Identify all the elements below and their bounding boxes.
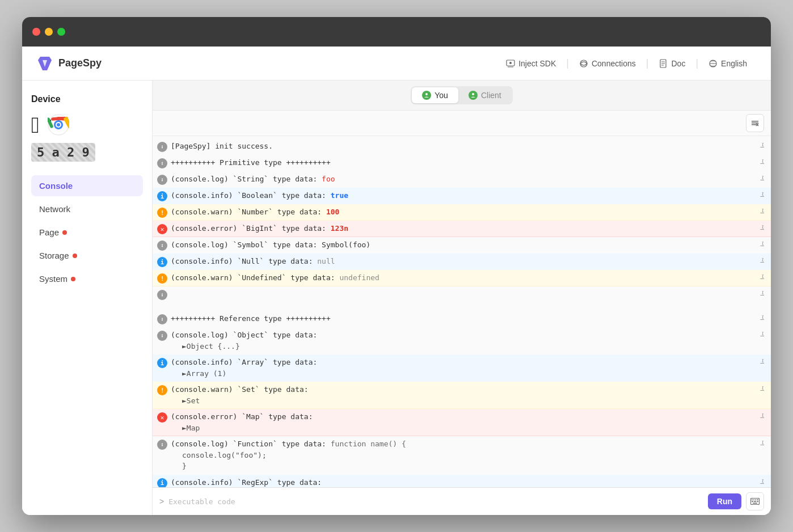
svg-rect-34 bbox=[162, 246, 163, 247]
log-content: (console.error) `Map` type data: ►Map bbox=[171, 411, 756, 433]
log-info-icon: i bbox=[157, 191, 167, 201]
device-icons:  bbox=[31, 113, 143, 136]
svg-point-18 bbox=[425, 93, 428, 95]
connections-icon bbox=[579, 59, 588, 68]
console-input-area: > Run bbox=[153, 487, 771, 515]
svg-rect-53 bbox=[754, 501, 756, 503]
log-link[interactable]: ι bbox=[760, 190, 764, 197]
log-link[interactable]: ι bbox=[760, 330, 764, 337]
log-row: i (console.info) `Array` type data: ►Arr… bbox=[153, 354, 771, 382]
keyboard-icon bbox=[750, 498, 760, 505]
sidebar-item-system[interactable]: System bbox=[31, 268, 143, 289]
svg-rect-31 bbox=[162, 180, 163, 181]
log-link[interactable]: ι bbox=[760, 272, 764, 280]
log-warn-icon: ! bbox=[157, 385, 167, 395]
svg-point-36 bbox=[162, 294, 163, 295]
log-default-icon bbox=[157, 314, 167, 324]
log-warn-icon: ! bbox=[157, 208, 167, 218]
logo-text: PageSpy bbox=[58, 57, 102, 69]
svg-rect-22 bbox=[752, 124, 756, 125]
nav-doc[interactable]: Doc bbox=[648, 59, 695, 68]
svg-rect-28 bbox=[162, 163, 163, 165]
apple-icon:  bbox=[31, 113, 40, 136]
keyboard-button[interactable] bbox=[746, 492, 764, 510]
svg-point-33 bbox=[162, 244, 163, 246]
minimize-button[interactable] bbox=[45, 28, 53, 36]
svg-rect-48 bbox=[752, 500, 753, 501]
log-link[interactable]: ι bbox=[760, 438, 764, 446]
nav-connections[interactable]: Connections bbox=[569, 59, 646, 68]
log-link[interactable]: ι bbox=[760, 477, 764, 484]
log-row: ✕ (console.error) `BigInt` type data: 12… bbox=[153, 221, 771, 237]
svg-rect-54 bbox=[757, 501, 758, 503]
log-link[interactable]: ι bbox=[760, 313, 764, 320]
log-row: ++++++++++ Primitive type ++++++++++ ι bbox=[153, 155, 771, 171]
svg-rect-25 bbox=[162, 147, 163, 149]
log-content: (console.log) `Object` type data: ►Objec… bbox=[171, 330, 756, 352]
svg-rect-21 bbox=[752, 123, 758, 124]
log-error-icon: ✕ bbox=[157, 224, 167, 234]
chrome-icon bbox=[48, 114, 69, 136]
log-link[interactable]: ι bbox=[760, 141, 764, 148]
log-link[interactable]: ι bbox=[760, 239, 764, 247]
log-link[interactable]: ι bbox=[760, 384, 764, 391]
log-content: [PageSpy] init success. bbox=[171, 141, 756, 152]
log-row: (console.log) `Object` type data: ►Objec… bbox=[153, 327, 771, 354]
log-content: (console.log) `Symbol` type data: Symbol… bbox=[171, 239, 756, 251]
log-row: ! (console.warn) `Set` type data: ►Set ι bbox=[153, 382, 771, 409]
maximize-button[interactable] bbox=[57, 28, 65, 36]
tab-you[interactable]: You bbox=[412, 87, 458, 103]
svg-point-1 bbox=[509, 62, 512, 64]
log-link[interactable]: ι bbox=[760, 357, 764, 364]
nav-inject-sdk[interactable]: Inject SDK bbox=[496, 59, 566, 68]
storage-badge bbox=[73, 254, 77, 258]
client-user-icon bbox=[469, 91, 478, 100]
tab-client[interactable]: Client bbox=[458, 87, 512, 103]
svg-rect-55 bbox=[753, 503, 757, 504]
close-button[interactable] bbox=[32, 28, 40, 36]
svg-point-27 bbox=[162, 162, 163, 163]
separator-row bbox=[153, 303, 771, 311]
sidebar-item-storage[interactable]: Storage bbox=[31, 245, 143, 266]
log-content: (console.log) `Function` type data: func… bbox=[171, 438, 756, 472]
log-content: (console.info) `Null` type data: null bbox=[171, 256, 756, 267]
log-link[interactable]: ι bbox=[760, 174, 764, 181]
log-default-icon bbox=[157, 331, 167, 341]
english-icon bbox=[708, 59, 718, 68]
svg-point-30 bbox=[162, 179, 163, 180]
log-row: i (console.info) `RegExp` type data: ►Re… bbox=[153, 475, 771, 488]
log-link[interactable]: ι bbox=[760, 289, 764, 296]
system-badge bbox=[71, 277, 75, 281]
console-log[interactable]: [PageSpy] init success. ι ++++++++++ Pri… bbox=[153, 136, 771, 487]
log-link[interactable]: ι bbox=[760, 206, 764, 214]
pagespy-logo-icon bbox=[36, 54, 54, 73]
log-link[interactable]: ι bbox=[760, 256, 764, 263]
svg-rect-49 bbox=[753, 500, 754, 501]
log-content: ++++++++++ Primitive type ++++++++++ bbox=[171, 157, 756, 168]
log-info-icon: i bbox=[157, 358, 167, 368]
log-link[interactable]: ι bbox=[760, 411, 764, 419]
log-row: (console.log) `Function` type data: func… bbox=[153, 436, 771, 475]
device-section: Device  bbox=[31, 94, 143, 162]
svg-point-17 bbox=[57, 123, 60, 126]
console-input[interactable] bbox=[168, 497, 703, 506]
log-row: ✕ (console.error) `Map` type data: ►Map … bbox=[153, 409, 771, 436]
sidebar-item-page[interactable]: Page bbox=[31, 222, 143, 243]
svg-rect-43 bbox=[162, 336, 163, 337]
run-button[interactable]: Run bbox=[708, 493, 741, 509]
clear-console-button[interactable] bbox=[746, 114, 764, 132]
console-toolbar bbox=[153, 111, 771, 136]
svg-rect-50 bbox=[755, 500, 756, 501]
nav-english[interactable]: English bbox=[698, 59, 757, 68]
log-link[interactable]: ι bbox=[760, 223, 764, 230]
log-row: i (console.info) `Boolean` type data: tr… bbox=[153, 188, 771, 204]
log-link[interactable]: ι bbox=[760, 157, 764, 164]
sidebar-item-network[interactable]: Network bbox=[31, 199, 143, 219]
inject-sdk-icon bbox=[506, 59, 515, 68]
svg-point-39 bbox=[162, 318, 163, 319]
log-row: (console.log) `String` type data: foo ι bbox=[153, 171, 771, 188]
log-content: (console.info) `Boolean` type data: true bbox=[171, 190, 756, 201]
log-default-icon bbox=[157, 290, 167, 300]
sidebar-item-console[interactable]: Console bbox=[31, 175, 143, 196]
log-content: ++++++++++ Reference type ++++++++++ bbox=[171, 313, 756, 324]
